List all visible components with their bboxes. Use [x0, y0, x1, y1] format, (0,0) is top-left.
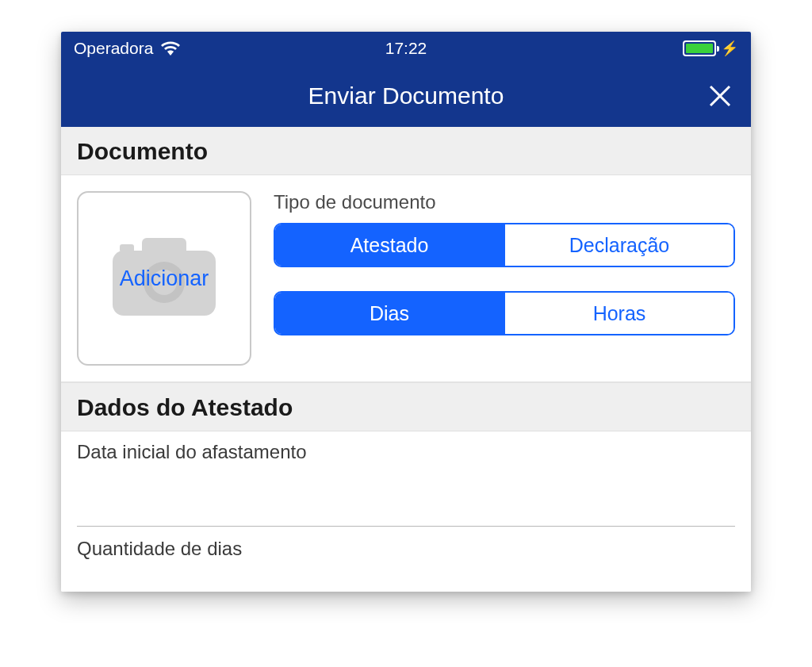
add-photo-label: Adicionar	[120, 266, 209, 291]
status-right: ⚡	[683, 40, 738, 57]
documento-row: Adicionar Tipo de documento Atestado Dec…	[61, 175, 751, 382]
add-photo-button[interactable]: Adicionar	[77, 191, 251, 366]
svg-rect-6	[120, 244, 134, 252]
tipo-label: Tipo de documento	[274, 191, 735, 213]
quantidade-label: Quantidade de dias	[77, 527, 735, 592]
section-header-documento: Documento	[61, 127, 751, 175]
data-inicial-label: Data inicial do afastamento	[77, 431, 735, 463]
section-header-dados: Dados do Atestado	[61, 382, 751, 431]
battery-fill	[686, 44, 713, 53]
periodo-option-horas[interactable]: Horas	[504, 293, 733, 334]
documento-fields: Tipo de documento Atestado Declaração Di…	[274, 191, 735, 366]
carrier-label: Operadora	[74, 39, 153, 58]
tipo-field: Tipo de documento Atestado Declaração	[274, 191, 735, 267]
close-button[interactable]	[708, 84, 732, 108]
app-screen: Operadora 17:22 ⚡ Enviar Documento	[61, 32, 751, 592]
dados-form: Data inicial do afastamento Quantidade d…	[61, 431, 751, 592]
tipo-option-declaracao[interactable]: Declaração	[504, 224, 733, 266]
status-left: Operadora	[74, 39, 180, 58]
data-inicial-input[interactable]	[77, 463, 735, 527]
periodo-segmented: Dias Horas	[274, 291, 735, 335]
periodo-field: Dias Horas	[274, 291, 735, 335]
periodo-option-dias[interactable]: Dias	[275, 293, 504, 334]
tipo-segmented: Atestado Declaração	[274, 223, 735, 267]
nav-bar: Enviar Documento	[61, 65, 751, 127]
status-bar: Operadora 17:22 ⚡	[61, 32, 751, 65]
tipo-option-atestado[interactable]: Atestado	[275, 224, 504, 266]
svg-rect-3	[142, 238, 186, 255]
charging-icon: ⚡	[721, 40, 738, 57]
status-time: 17:22	[385, 39, 427, 58]
wifi-icon	[161, 41, 180, 56]
battery-icon	[683, 40, 716, 56]
nav-title: Enviar Documento	[308, 82, 504, 109]
